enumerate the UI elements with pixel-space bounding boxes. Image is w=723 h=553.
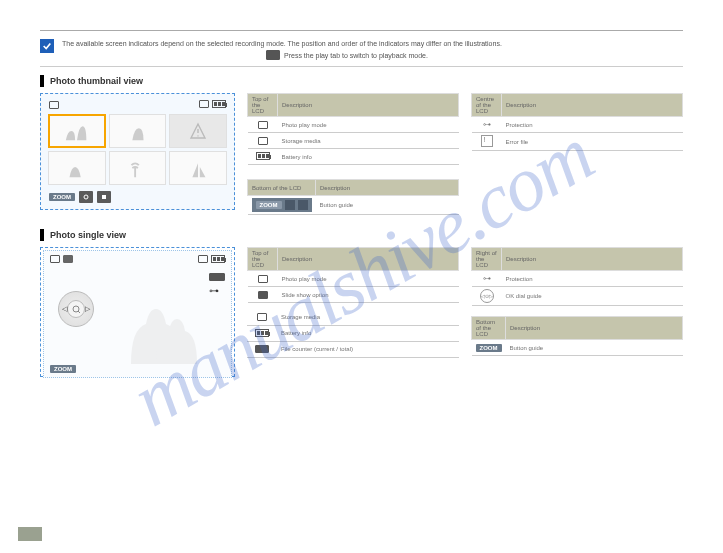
section-header-single: Photo single view <box>40 229 683 241</box>
ok-dial-center-icon <box>67 300 85 318</box>
th-icon: Centre of the LCD <box>472 94 502 117</box>
table-row: Battery info <box>247 325 459 341</box>
battery-icon <box>255 329 269 337</box>
svg-line-5 <box>78 311 80 313</box>
table-row: ZOOMButton guide <box>472 340 683 356</box>
storage-icon <box>199 100 209 108</box>
th-desc: Description <box>502 94 683 117</box>
table-row: Slide show option <box>248 287 459 303</box>
lcd-thumb-top-bar <box>45 98 230 111</box>
svg-rect-3 <box>102 195 106 199</box>
cell-desc: Battery info <box>277 325 459 341</box>
ok-dial-icon: ◁⊙▷ <box>480 289 494 303</box>
cell-desc: OK dial guide <box>502 287 683 306</box>
table-row: ⊶Protection <box>472 271 683 287</box>
table-single-extra: Storage media Battery info File counter … <box>247 309 459 358</box>
counter-icon <box>255 345 269 353</box>
table-row: ◁⊙▷OK dial guide <box>472 287 683 306</box>
bottom-icon-2 <box>97 191 111 203</box>
thumb-cell-2 <box>109 114 167 148</box>
storage-icon <box>198 255 208 263</box>
zoom-label: ZOOM <box>50 365 76 373</box>
top-rule <box>40 30 683 31</box>
th-icon: Right of the LCD <box>472 248 502 271</box>
single-columns: ⊶ ◁ ▷ ZOOM <box>40 247 683 377</box>
thumb-cell-6 <box>169 151 227 185</box>
ok-dial: ◁ ▷ <box>58 291 94 327</box>
button-guide-icon: ZOOM <box>252 198 312 212</box>
battery-icon <box>211 255 225 263</box>
protection-key-icon: ⊶ <box>209 285 225 296</box>
storage-icon <box>258 137 268 145</box>
thumb-cell-5 <box>109 151 167 185</box>
storage-icon <box>257 313 267 321</box>
bottom-icon-1 <box>79 191 93 203</box>
th-icon: Bottom of the LCD <box>472 317 506 340</box>
photo-mode-icon <box>49 100 59 109</box>
table-row: Battery info <box>248 149 459 165</box>
table-single-right-1: Right of the LCDDescription ⊶Protection … <box>471 247 683 306</box>
table-thumb-bottom: Bottom of the LCDDescription ZOOMButton … <box>247 179 459 215</box>
slideshow-icon <box>258 291 268 299</box>
lcd-single-right: ⊶ <box>209 273 225 296</box>
status-right <box>199 100 226 109</box>
cell-desc: Storage media <box>278 133 459 149</box>
thumb-columns: ZOOM Top of the LCDDescription Photo pla… <box>40 93 683 221</box>
thumb-cell-3 <box>169 114 227 148</box>
table-row: !Error file <box>472 133 683 151</box>
cell-desc: File counter (current / total) <box>277 341 459 357</box>
photo-mode-icon <box>258 121 268 129</box>
cell-desc: Button guide <box>316 196 459 215</box>
page-number-box <box>18 527 42 541</box>
th-icon: Top of the LCD <box>248 94 278 117</box>
lcd-thumb-bottom-bar: ZOOM <box>45 188 230 205</box>
counter-icon <box>209 273 225 281</box>
table-row: Photo play mode <box>248 271 459 287</box>
zoom-label: ZOOM <box>49 193 75 201</box>
thumb-cell-4 <box>48 151 106 185</box>
svg-point-2 <box>84 195 88 199</box>
lcd-single-bottom: ZOOM <box>50 364 76 373</box>
cell-desc: Photo play mode <box>278 117 459 133</box>
table-thumb-centre: Centre of the LCDDescription ⊶Protection… <box>471 93 683 151</box>
battery-icon <box>256 152 270 160</box>
protection-key-icon: ⊶ <box>483 274 491 283</box>
cell-desc: Protection <box>502 271 683 287</box>
check-icon <box>40 39 54 53</box>
thumb-grid <box>45 111 230 188</box>
table-row: Photo play mode <box>248 117 459 133</box>
th-desc: Description <box>278 248 459 271</box>
intro-line2: Press the play tab to switch to playback… <box>284 51 428 60</box>
lcd-single-top <box>44 251 231 267</box>
th-icon: Top of the LCD <box>248 248 278 271</box>
section-title-thumb: Photo thumbnail view <box>50 76 143 86</box>
lcd-single-preview: ⊶ ◁ ▷ ZOOM <box>40 247 235 377</box>
intro-line1: The available screen indicators depend o… <box>62 40 502 47</box>
section-bar <box>40 75 44 87</box>
lcd-thumbnail-preview: ZOOM <box>40 93 235 210</box>
table-row: ⊶Protection <box>472 117 683 133</box>
table-single-right-2: Bottom of the LCDDescription ZOOMButton … <box>471 316 683 356</box>
intro-block: The available screen indicators depend o… <box>40 39 683 60</box>
thumb-lcd-col: ZOOM <box>40 93 235 221</box>
cell-desc: Photo play mode <box>278 271 459 287</box>
th-desc: Description <box>316 180 459 196</box>
thumb-table-right: Centre of the LCDDescription ⊶Protection… <box>471 93 683 221</box>
cell-desc: Storage media <box>277 309 459 325</box>
intro-text-container: The available screen indicators depend o… <box>62 39 683 60</box>
th-desc: Description <box>506 317 683 340</box>
th-desc: Description <box>278 94 459 117</box>
single-lcd-col: ⊶ ◁ ▷ ZOOM <box>40 247 235 377</box>
svg-point-1 <box>197 135 198 136</box>
thumb-cell-1 <box>48 114 106 148</box>
single-table-right: Right of the LCDDescription ⊶Protection … <box>471 247 683 377</box>
table-row: File counter (current / total) <box>247 341 459 357</box>
error-file-icon: ! <box>481 135 493 147</box>
cell-desc: Protection <box>502 117 683 133</box>
cell-desc: Battery info <box>278 149 459 165</box>
section-header-thumb: Photo thumbnail view <box>40 75 683 87</box>
photo-silhouette <box>101 279 211 369</box>
play-tab-icon <box>266 50 280 60</box>
th-icon: Bottom of the LCD <box>248 180 316 196</box>
cell-desc: Button guide <box>506 340 683 356</box>
